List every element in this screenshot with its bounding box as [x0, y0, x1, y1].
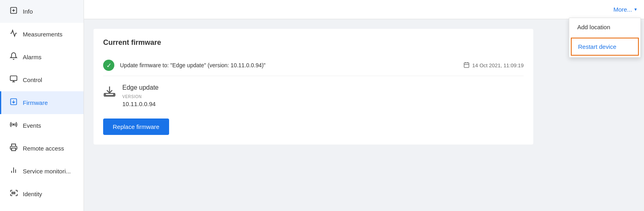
version-value: 10.11.0.0.94	[122, 100, 159, 107]
update-text: Update firmware to: "Edge update" (versi…	[120, 62, 458, 68]
firmware-card: Current firmware ✓ Update firmware to: "…	[94, 29, 533, 145]
sidebar-item-service-monitoring-label: Service monitori...	[23, 168, 71, 175]
version-label: VERSION	[122, 94, 159, 99]
sidebar-item-identity[interactable]: Identity	[0, 183, 84, 205]
firmware-name: Edge update	[122, 84, 159, 91]
more-button[interactable]: More... ▼	[613, 6, 638, 13]
sidebar-item-info-label: Info	[23, 8, 33, 15]
plus-box-icon	[9, 6, 18, 16]
sidebar-item-info[interactable]: Info	[0, 0, 84, 23]
sidebar-item-alarms-label: Alarms	[23, 54, 42, 60]
radio-icon	[9, 121, 18, 131]
calendar-icon	[463, 62, 470, 69]
more-dropdown: Add location Restart device	[569, 18, 641, 58]
sidebar-item-alarms[interactable]: Alarms	[0, 46, 84, 68]
firmware-download-icon	[103, 85, 116, 100]
more-label: More...	[613, 6, 632, 13]
svg-point-8	[13, 124, 14, 125]
sidebar-item-measurements[interactable]: Measurements	[0, 23, 84, 46]
dropdown-item-add-location[interactable]: Add location	[569, 18, 640, 36]
sidebar-item-service-monitoring[interactable]: Service monitori...	[0, 160, 84, 183]
sidebar-item-control-label: Control	[23, 76, 42, 83]
sidebar-item-identity-label: Identity	[23, 191, 42, 197]
sidebar-item-firmware-label: Firmware	[23, 99, 48, 106]
update-date: 14 Oct 2021, 11:09:19	[463, 62, 524, 69]
bar-chart-icon	[9, 166, 18, 176]
caret-down-icon: ▼	[634, 7, 638, 12]
firmware-info: Edge update VERSION 10.11.0.0.94	[103, 84, 524, 107]
svg-rect-9	[12, 148, 16, 151]
sidebar-item-control[interactable]: Control	[0, 68, 84, 91]
sidebar-item-firmware[interactable]: Firmware	[0, 91, 84, 114]
update-date-text: 14 Oct 2021, 11:09:19	[472, 62, 524, 68]
printer-icon	[9, 143, 18, 153]
dropdown-item-restart-device[interactable]: Restart device	[571, 38, 639, 56]
bell-icon	[9, 52, 18, 62]
chart-line-icon	[9, 29, 18, 39]
svg-rect-17	[464, 62, 469, 67]
svg-rect-22	[104, 93, 115, 96]
sidebar-item-events[interactable]: Events	[0, 114, 84, 137]
svg-rect-3	[10, 76, 17, 81]
sidebar-item-events-label: Events	[23, 122, 41, 129]
sidebar: Info Measurements Alarms Control Firmwar…	[0, 0, 84, 211]
sidebar-item-remote-access[interactable]: Remote access	[0, 137, 84, 160]
barcode-icon	[9, 189, 18, 199]
sidebar-item-measurements-label: Measurements	[23, 31, 62, 38]
topbar: More... ▼ Add location Restart device	[84, 0, 644, 19]
check-icon: ✓	[103, 60, 114, 71]
sidebar-item-remote-access-label: Remote access	[23, 145, 64, 152]
download-box-icon	[9, 98, 18, 108]
update-row: ✓ Update firmware to: "Edge update" (ver…	[103, 55, 524, 76]
replace-firmware-button[interactable]: Replace firmware	[103, 119, 169, 135]
card-title: Current firmware	[103, 38, 524, 47]
main-area: More... ▼ Add location Restart device Cu…	[84, 0, 644, 211]
firmware-details: Edge update VERSION 10.11.0.0.94	[122, 84, 159, 107]
monitor-icon	[9, 75, 18, 85]
content-area: Current firmware ✓ Update firmware to: "…	[84, 19, 644, 211]
